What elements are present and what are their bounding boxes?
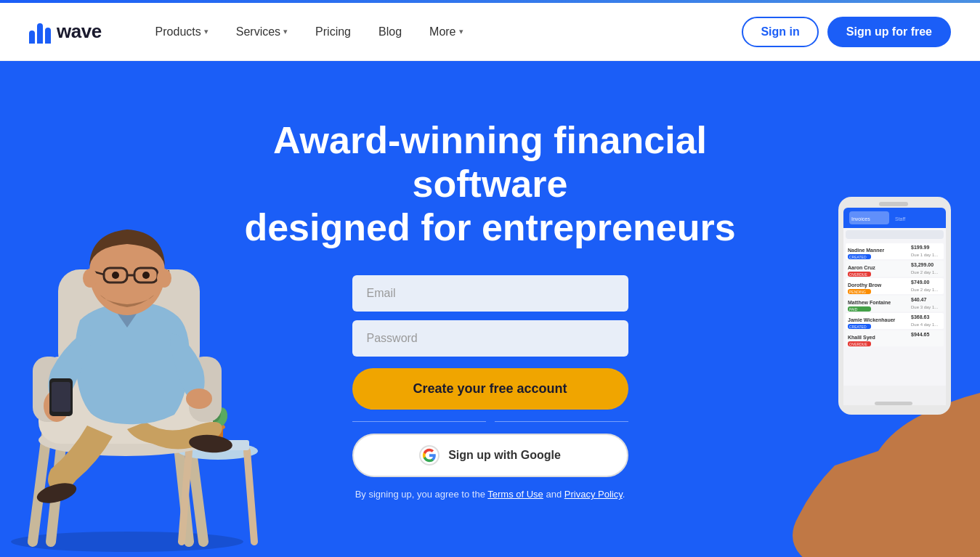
divider-line-left xyxy=(352,421,486,422)
svg-rect-81 xyxy=(879,202,908,206)
svg-point-28 xyxy=(142,272,150,279)
svg-text:$3,299.00: $3,299.00 xyxy=(911,262,934,268)
svg-point-34 xyxy=(186,389,212,409)
svg-rect-80 xyxy=(875,402,912,405)
svg-rect-33 xyxy=(52,382,70,412)
svg-text:Dorothy Brow: Dorothy Brow xyxy=(848,282,882,288)
svg-text:Due 1 day 1...: Due 1 day 1... xyxy=(911,253,939,257)
svg-point-27 xyxy=(112,272,119,279)
terms-text: By signing up, you agree to the Terms of… xyxy=(355,489,625,500)
chevron-down-icon: ▾ xyxy=(204,27,208,36)
svg-point-30 xyxy=(157,269,171,288)
svg-text:Matthew Fontaine: Matthew Fontaine xyxy=(848,300,891,305)
nav-pricing[interactable]: Pricing xyxy=(305,20,361,44)
svg-point-29 xyxy=(83,269,97,288)
divider xyxy=(352,421,628,422)
svg-text:PAID: PAID xyxy=(849,307,858,312)
logo-text: wave xyxy=(57,20,102,43)
nav-more[interactable]: More ▾ xyxy=(419,20,473,44)
chevron-down-icon: ▾ xyxy=(283,27,288,36)
svg-text:Due 2 day 1...: Due 2 day 1... xyxy=(911,270,939,275)
create-account-button[interactable]: Create your free account xyxy=(352,368,628,410)
svg-text:$944.65: $944.65 xyxy=(911,332,929,338)
nav-actions: Sign in Sign up for free xyxy=(742,17,951,47)
svg-text:Invoices: Invoices xyxy=(851,216,870,221)
svg-line-7 xyxy=(247,451,254,542)
logo-icon xyxy=(29,20,51,44)
svg-text:$40.47: $40.47 xyxy=(911,297,927,303)
svg-text:CREATED: CREATED xyxy=(849,255,867,259)
privacy-link[interactable]: Privacy Policy xyxy=(564,489,623,500)
email-field[interactable] xyxy=(352,275,628,312)
nav-products[interactable]: Products ▾ xyxy=(145,20,219,44)
chevron-down-icon: ▾ xyxy=(459,27,463,36)
phone-illustration: Invoices Staff Nadine Manner $199.99 Due… xyxy=(748,139,980,557)
svg-text:$368.63: $368.63 xyxy=(911,314,929,320)
nav-blog[interactable]: Blog xyxy=(368,20,412,44)
signin-button[interactable]: Sign in xyxy=(742,17,818,47)
svg-text:Jamie Wickenhauer: Jamie Wickenhauer xyxy=(848,317,896,322)
svg-text:Aaron Cruz: Aaron Cruz xyxy=(848,265,875,270)
svg-text:$749.00: $749.00 xyxy=(911,280,929,285)
hero-title: Award-winning financial software designe… xyxy=(200,119,781,249)
svg-text:Nadine Manner: Nadine Manner xyxy=(848,248,884,253)
svg-text:OVERDUE: OVERDUE xyxy=(849,272,867,277)
svg-text:Due 4 day 1...: Due 4 day 1... xyxy=(911,322,939,327)
signup-free-button[interactable]: Sign up for free xyxy=(827,17,951,47)
svg-text:PENDING: PENDING xyxy=(849,290,866,294)
google-signup-label: Sign up with Google xyxy=(448,449,561,462)
svg-text:OVERDUE: OVERDUE xyxy=(849,342,867,346)
svg-text:Khalil Syed: Khalil Syed xyxy=(848,335,875,341)
hero-section: Award-winning financial software designe… xyxy=(0,61,980,557)
terms-link[interactable]: Terms of Use xyxy=(487,489,543,500)
divider-line-right xyxy=(495,421,628,422)
svg-text:CREATED: CREATED xyxy=(849,325,867,329)
svg-text:Staff: Staff xyxy=(895,216,905,221)
svg-rect-42 xyxy=(846,230,944,239)
nav-links: Products ▾ Services ▾ Pricing Blog More … xyxy=(145,20,742,44)
hero-phone-right: Invoices Staff Nadine Manner $199.99 Due… xyxy=(748,139,980,557)
svg-text:Due 2 day 1...: Due 2 day 1... xyxy=(911,288,939,292)
svg-text:$199.99: $199.99 xyxy=(911,245,929,251)
hero-form: Create your free account Sign up with Go… xyxy=(352,275,628,500)
google-signup-button[interactable]: Sign up with Google xyxy=(352,434,628,477)
logo-link[interactable]: wave xyxy=(29,20,102,44)
svg-text:Due 3 day 1...: Due 3 day 1... xyxy=(911,305,939,309)
password-field[interactable] xyxy=(352,320,628,357)
google-icon xyxy=(419,445,440,465)
navbar: wave Products ▾ Services ▾ Pricing Blog … xyxy=(0,3,980,61)
nav-services[interactable]: Services ▾ xyxy=(226,20,298,44)
